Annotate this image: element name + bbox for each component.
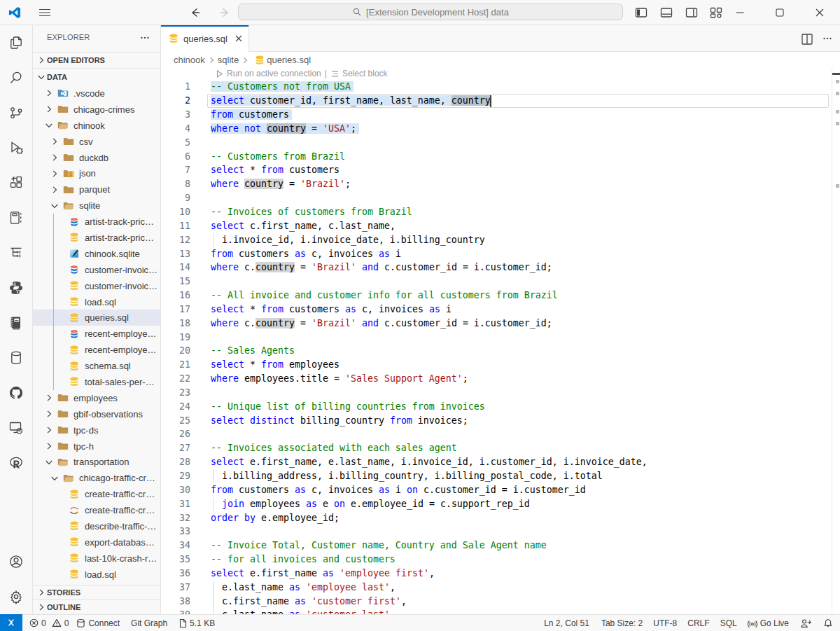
tab-queries-sql[interactable]: queries.sql	[161, 25, 249, 52]
encoding-status[interactable]: UTF-8	[653, 618, 677, 628]
activity-bar-item-hierarchy[interactable]	[0, 235, 32, 270]
back-icon[interactable]	[188, 6, 202, 20]
breadcrumb-item[interactable]: queries.sql	[251, 55, 311, 66]
more-actions-icon[interactable]	[822, 33, 834, 46]
activity-bar-item-run-debug[interactable]	[0, 130, 32, 165]
tree-item-json[interactable]: json	[33, 165, 160, 181]
activity-bar-item-r-lang[interactable]	[0, 445, 32, 480]
activity-bar-item-python[interactable]	[0, 270, 32, 305]
tree-item-customer-invoic[interactable]: customer-invoic…	[33, 262, 160, 278]
cursor-position-status[interactable]: Ln 2, Col 51	[544, 618, 589, 628]
activity-bar-item-jupyter[interactable]	[0, 305, 32, 340]
maximize-icon[interactable]	[772, 5, 788, 20]
tree-item-sqlite[interactable]: sqlite	[33, 197, 160, 214]
status-bar: 00ConnectGit Graph5.1 KBLn 2, Col 51Tab …	[0, 614, 840, 631]
code-line-33: 33	[161, 525, 840, 539]
split-editor-icon[interactable]	[801, 33, 813, 46]
connect-status[interactable]: Connect	[76, 618, 120, 628]
tree-item-transportation[interactable]: transportation	[33, 454, 160, 470]
tree-item-artist-track-pric[interactable]: artist-track-pric…	[33, 230, 160, 246]
tree-item-chicago-traffic-cr[interactable]: chicago-traffic-cr…	[33, 470, 160, 486]
tree-item-csv[interactable]: csv	[33, 134, 160, 150]
layout-sidebar-right-icon[interactable]	[685, 6, 699, 20]
layout-panel-icon[interactable]	[659, 6, 673, 20]
tree-item-label: gbif-observations	[74, 409, 160, 419]
go-live-status[interactable]: Go Live	[748, 618, 789, 628]
tree-item-label: recent-employe…	[85, 345, 160, 355]
line-text: from customers as c, invoices as i on c.…	[211, 483, 586, 497]
minimize-icon[interactable]	[732, 5, 748, 20]
tree-item-artist-track-pric[interactable]: artist-track-pric…	[33, 214, 160, 230]
statement-highlight: select customer_id, first_name, last_nam…	[211, 95, 491, 106]
close-icon[interactable]	[233, 33, 244, 44]
codelens-run-link[interactable]: Run on active connection	[215, 68, 321, 81]
eol-status[interactable]: CRLF	[687, 618, 709, 628]
close-icon[interactable]	[812, 5, 827, 20]
tab-size-status[interactable]: Tab Size: 2	[601, 618, 643, 628]
chevron-right-icon	[241, 56, 249, 64]
language-status[interactable]: SQL	[720, 618, 737, 628]
activity-bar-item-github[interactable]	[0, 375, 32, 410]
section-stories[interactable]: STORIES	[33, 585, 160, 599]
tree-item-recent-employe[interactable]: recent-employe…	[33, 342, 160, 358]
tree-item-customer-invoic[interactable]: customer-invoic…	[33, 278, 160, 294]
feedback-status[interactable]	[800, 618, 811, 628]
command-center[interactable]: [Extension Development Host] data	[238, 4, 623, 20]
tree-item-load.sql[interactable]: load.sql	[33, 567, 160, 583]
sql-db-icon	[69, 296, 80, 307]
layout-customize-icon[interactable]	[709, 6, 723, 20]
section-open-editors[interactable]: OPEN EDITORS	[33, 52, 160, 68]
code-line-14: 14where c.country = 'Brazil' and c.custo…	[161, 261, 840, 275]
vscode-window: [Extension Development Host] data EXPLOR…	[0, 0, 840, 631]
section-outline-label: OUTLINE	[47, 603, 80, 611]
git-graph-status[interactable]: Git Graph	[131, 618, 167, 628]
tree-item-employees[interactable]: employees	[33, 390, 160, 406]
line-text: where c.country = 'Brazil' and c.custome…	[211, 261, 552, 275]
activity-bar-item-database[interactable]	[0, 340, 32, 375]
activity-bar-item-notebook[interactable]	[0, 200, 32, 235]
tree-item-.vscode[interactable]: .vscode	[33, 85, 160, 102]
tree-item-schema.sql[interactable]: schema.sql	[33, 358, 160, 374]
notifications-status[interactable]	[823, 618, 833, 628]
code-line-4: 4where not country = 'USA';	[161, 122, 840, 136]
tree-item-load.sql[interactable]: load.sql	[33, 294, 160, 310]
breadcrumb-item[interactable]: sqlite	[218, 55, 239, 65]
r-icon	[8, 455, 24, 471]
problems-status[interactable]: 00	[29, 618, 69, 628]
remote-indicator[interactable]	[0, 614, 22, 631]
tree-item-parquet[interactable]: parquet	[33, 181, 160, 197]
more-actions-icon[interactable]	[139, 32, 150, 43]
tree-item-chicago-crimes[interactable]: chicago-crimes	[33, 102, 160, 118]
breadcrumb-item[interactable]: chinook	[174, 55, 205, 65]
tree-item-duckdb[interactable]: duckdb	[33, 150, 160, 166]
tree-item-chinook.sqlite[interactable]: chinook.sqlite	[33, 246, 160, 262]
chevron-right-icon	[36, 55, 47, 66]
tree-item-export-databas[interactable]: export-databas…	[33, 534, 160, 550]
tree-item-last-10k-crash-r[interactable]: last-10k-crash-r…	[33, 550, 160, 567]
activity-bar-item-remote-explorer[interactable]	[0, 410, 32, 445]
tree-item-gbif-observations[interactable]: gbif-observations	[33, 406, 160, 422]
section-data[interactable]: DATA	[33, 68, 160, 85]
activity-bar-item-explorer[interactable]	[0, 25, 32, 60]
code-area[interactable]: Run on active connection|Select block1--…	[161, 68, 840, 614]
tree-item-create-traffic-cr[interactable]: create-traffic-cr…	[33, 486, 160, 502]
tree-item-tpc-h[interactable]: tpc-h	[33, 438, 160, 455]
activity-bar-item-source-control[interactable]	[0, 95, 32, 130]
tree-item-create-traffic-cr[interactable]: create-traffic-cr…	[33, 502, 160, 518]
tree-item-queries.sql[interactable]: queries.sql	[33, 310, 160, 326]
tree-item-tpc-ds[interactable]: tpc-ds	[33, 422, 160, 438]
activity-bar-item-search[interactable]	[0, 60, 32, 95]
file-size-status[interactable]: 5.1 KB	[178, 618, 215, 628]
menu-icon[interactable]	[38, 7, 53, 18]
codelens-select-link[interactable]: Select block	[330, 68, 388, 81]
section-outline[interactable]: OUTLINE	[33, 599, 160, 614]
tree-item-chinook[interactable]: chinook	[33, 118, 160, 134]
tree-item-describe-traffic-[interactable]: describe-traffic-…	[33, 518, 160, 534]
tab-size-status-label: Tab Size: 2	[601, 618, 643, 628]
activity-bar-item-accounts[interactable]	[0, 544, 32, 579]
tree-item-recent-employe[interactable]: recent-employe…	[33, 326, 160, 342]
tree-item-total-sales-per-[interactable]: total-sales-per-…	[33, 374, 160, 390]
activity-bar-item-extensions[interactable]	[0, 165, 32, 200]
activity-bar-item-settings[interactable]	[0, 579, 32, 614]
layout-sidebar-left-icon[interactable]	[634, 6, 648, 20]
